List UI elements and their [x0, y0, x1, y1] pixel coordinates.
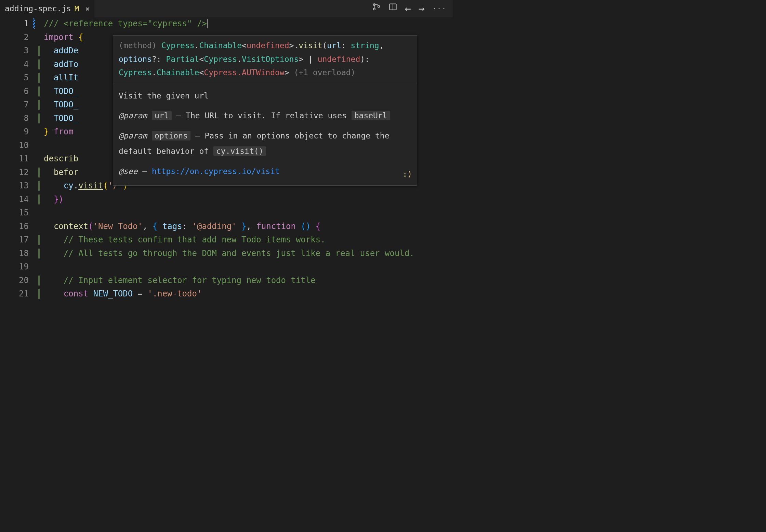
line-number: 9 [0, 125, 37, 139]
line-number-gutter: 1 2 3 4 5 6 7 8 9 10 11 12 13 14 15 16 1… [0, 17, 37, 301]
nav-forward-icon[interactable]: → [419, 1, 425, 16]
hover-see: @see — https://on.cypress.io/visit [119, 164, 411, 179]
nav-back-icon[interactable]: ← [405, 1, 411, 16]
code-line [44, 260, 453, 274]
code-line: /// <reference types="cypress" /> [44, 17, 453, 31]
line-number: 11 [0, 152, 37, 166]
tab-filename: adding-spec.js [5, 3, 71, 15]
editor-title-actions: ← → ··· [372, 1, 453, 16]
hover-documentation: Visit the given url @param url — The URL… [113, 84, 417, 185]
line-number: 2 [0, 31, 37, 44]
line-number: 5 [0, 71, 37, 85]
line-number: 1 [0, 17, 37, 31]
line-number: 6 [0, 85, 37, 98]
svg-point-2 [378, 5, 380, 7]
code-line: // All tests go through the DOM and even… [44, 247, 453, 261]
hover-signature: (method) Cypress.Chainable<undefined>.vi… [113, 36, 417, 84]
code-line: context('New Todo', { tags: '@adding' },… [44, 220, 453, 234]
code-line: // These tests confirm that add new Todo… [44, 233, 453, 247]
line-number: 4 [0, 58, 37, 71]
code-editor[interactable]: 1 2 3 4 5 6 7 8 9 10 11 12 13 14 15 16 1… [0, 17, 453, 301]
hover-param-options: @param options — Pass in an options obje… [119, 128, 411, 159]
tab-modified-indicator: M [75, 3, 79, 14]
line-number: 14 [0, 193, 37, 207]
line-number: 3 [0, 44, 37, 58]
line-number: 19 [0, 260, 37, 274]
compare-icon[interactable] [372, 2, 381, 15]
hover-fade: @example [119, 179, 411, 183]
smile-icon[interactable]: :) [402, 167, 412, 182]
svg-point-1 [373, 8, 375, 10]
code-line: const NEW_TODO = '.new-todo' [44, 287, 453, 301]
code-line: // Input element selector for typing new… [44, 274, 453, 288]
hover-link[interactable]: https://on.cypress.io/visit [152, 167, 280, 176]
line-number: 8 [0, 112, 37, 125]
line-number: 13 [0, 179, 37, 193]
line-number: 21 [0, 287, 37, 301]
line-number: 7 [0, 98, 37, 112]
code-line [44, 206, 453, 220]
line-number: 17 [0, 233, 37, 247]
editor-tab[interactable]: adding-spec.js M × [0, 0, 94, 17]
line-number: 12 [0, 166, 37, 179]
line-number: 20 [0, 274, 37, 288]
hover-tooltip[interactable]: (method) Cypress.Chainable<undefined>.vi… [113, 35, 417, 186]
line-number: 15 [0, 206, 37, 220]
hover-description: Visit the given url [119, 88, 411, 104]
code-content[interactable]: /// <reference types="cypress" /> import… [37, 17, 453, 301]
split-editor-icon[interactable] [388, 2, 397, 15]
text-cursor [207, 19, 208, 28]
editor-titlebar: adding-spec.js M × ← → ··· [0, 0, 453, 17]
line-number: 10 [0, 139, 37, 152]
code-line: }) [44, 193, 453, 207]
line-number: 16 [0, 220, 37, 234]
close-icon[interactable]: × [85, 3, 90, 14]
more-actions-icon[interactable]: ··· [432, 3, 447, 14]
hover-param-url: @param url — The URL to visit. If relati… [119, 108, 411, 123]
line-number: 18 [0, 247, 37, 261]
